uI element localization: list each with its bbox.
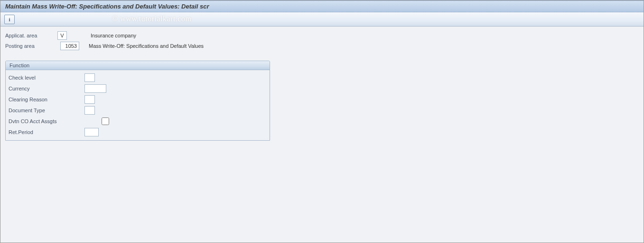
check-level-label: Check level <box>9 75 84 81</box>
page-title: Maintain Mass Write-Off: Specifications … <box>5 3 209 10</box>
posting-area-row: Posting area Mass Write-Off: Specificati… <box>5 41 639 51</box>
clearing-reason-input[interactable] <box>84 95 95 104</box>
clearing-reason-label: Clearing Reason <box>9 97 84 102</box>
function-panel-header: Function <box>6 61 270 70</box>
function-panel-body: Check level Currency Clearing Reason Doc… <box>6 70 270 140</box>
function-panel: Function Check level Currency Clearing R… <box>5 61 270 141</box>
applicat-area-input[interactable] <box>57 31 67 40</box>
ret-period-input[interactable] <box>84 128 99 136</box>
info-icon-button[interactable]: i <box>4 15 15 24</box>
content-area: Applicat. area Insurance company Posting… <box>0 27 644 144</box>
dvtn-co-acct-checkbox[interactable] <box>102 117 109 125</box>
ret-period-row: Ret.Period <box>9 126 267 137</box>
document-type-row: Document Type <box>9 105 267 116</box>
applicat-area-desc: Insurance company <box>91 33 136 38</box>
toolbar: i <box>0 12 644 27</box>
document-type-label: Document Type <box>9 108 84 113</box>
applicat-area-label: Applicat. area <box>5 33 57 38</box>
document-type-input[interactable] <box>84 106 95 115</box>
dvtn-co-acct-label: Dvtn CO Acct Assgts <box>9 118 84 124</box>
clearing-reason-row: Clearing Reason <box>9 94 267 105</box>
dvtn-co-acct-row: Dvtn CO Acct Assgts <box>9 116 267 126</box>
applicat-area-row: Applicat. area Insurance company <box>5 30 639 41</box>
check-level-row: Check level <box>9 72 267 83</box>
ret-period-label: Ret.Period <box>9 129 84 135</box>
check-level-input[interactable] <box>84 73 95 82</box>
currency-label: Currency <box>9 86 84 91</box>
posting-area-input[interactable] <box>60 42 79 50</box>
info-icon: i <box>9 17 10 22</box>
currency-input[interactable] <box>84 84 106 93</box>
posting-area-desc: Mass Write-Off: Specifications and Defau… <box>89 43 204 49</box>
currency-row: Currency <box>9 83 267 94</box>
page-title-bar: Maintain Mass Write-Off: Specifications … <box>0 0 644 12</box>
posting-area-label: Posting area <box>5 43 57 49</box>
